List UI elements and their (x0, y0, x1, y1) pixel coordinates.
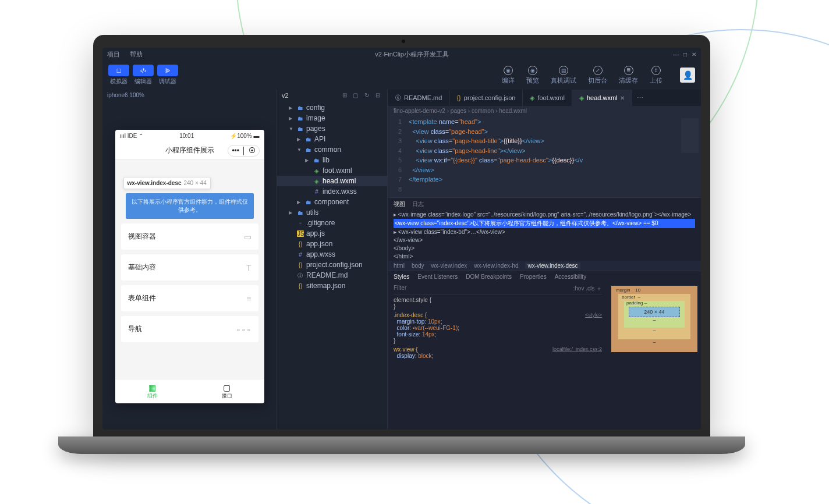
style-subtab[interactable]: Properties (520, 274, 547, 280)
dom-tree[interactable]: ▸ <wx-image class="index-logo" src="../r… (388, 211, 701, 261)
grid-icon: ▦ (115, 383, 190, 392)
laptop-frame: 项目 帮助 v2-FinClip小程序开发工具 — □ ✕ □模拟器 ‹/ (93, 35, 710, 454)
view-debugger-toggle[interactable]: ⫸调试器 (157, 65, 178, 86)
style-toggle-buttons[interactable]: :hov .cls ＋ (573, 285, 602, 293)
code-editor[interactable]: 1<template name="head"> 2 <view class="p… (388, 116, 701, 197)
card-label: 导航 (128, 324, 142, 334)
list-card[interactable]: 导航∘∘∘ (121, 316, 258, 342)
close-icon[interactable]: ✕ (692, 51, 696, 58)
editor-tab[interactable]: ◈foot.wxml (523, 90, 572, 106)
status-carrier: ıııl IDE ⌃ (120, 133, 144, 139)
folder-item[interactable]: ▶🖿lib (277, 155, 387, 165)
list-card[interactable]: 基础内容T (121, 254, 258, 281)
device-frame: ıııl IDE ⌃ 10:01 ⚡100% ▬ 小程序组件展示 •••│⦿ w… (115, 130, 264, 403)
style-subtab[interactable]: Styles (394, 274, 409, 280)
upload-button[interactable]: ↥上传 (650, 66, 663, 85)
project-root[interactable]: v2 (282, 92, 289, 99)
style-subtab[interactable]: DOM Breakpoints (466, 274, 512, 280)
style-filter-input[interactable]: Filter (394, 285, 406, 293)
tab-components[interactable]: ▦组件 (115, 379, 190, 403)
style-subtab[interactable]: Event Listeners (417, 274, 458, 280)
folder-item[interactable]: ▼🖿pages (277, 123, 387, 134)
file-explorer: v2 ⊞ ▢ ↻ ⊟ ▶🖿config▶🖿image▼🖿pages▶🖿API▼🖿… (277, 90, 388, 430)
file-item[interactable]: {}app.json (277, 239, 387, 249)
menu-project[interactable]: 项目 (107, 51, 120, 58)
card-label: 基础内容 (128, 262, 156, 272)
background-button[interactable]: ⤢切后台 (588, 66, 607, 85)
compile-button[interactable]: ◉编详 (502, 66, 515, 85)
titlebar: 项目 帮助 v2-FinClip小程序开发工具 — □ ✕ (102, 48, 701, 61)
file-item[interactable]: #index.wxss (277, 186, 387, 197)
maximize-icon[interactable]: □ (683, 51, 687, 58)
dom-crumb[interactable]: html (394, 262, 405, 269)
device-navbar: 小程序组件展示 •••│⦿ (115, 142, 264, 159)
file-item[interactable]: 🛈README.md (277, 270, 387, 281)
dom-crumb[interactable]: wx-view.index-hd (474, 262, 518, 269)
menu-help[interactable]: 帮助 (130, 51, 143, 58)
remote-debug-button[interactable]: ▤真机调试 (551, 66, 576, 85)
breadcrumb[interactable]: fino-applet-demo-v2 › pages › common › h… (388, 106, 701, 116)
status-battery: ⚡100% ▬ (230, 133, 259, 139)
folder-item[interactable]: ▶🖿component (277, 197, 387, 207)
devtools-tab-view[interactable]: 视图 (394, 200, 405, 208)
folder-item[interactable]: ▼🖿common (277, 144, 387, 155)
card-icon: ∘∘∘ (236, 325, 251, 334)
list-card[interactable]: 表单组件≡ (121, 285, 258, 311)
dom-crumb[interactable]: wx-view.index (431, 262, 467, 269)
chip-icon: ▢ (190, 383, 264, 392)
file-item[interactable]: {}sitemap.json (277, 281, 387, 291)
dom-crumb[interactable]: body (412, 262, 424, 269)
device-label[interactable]: iphone6 100% (102, 90, 277, 101)
camera-dot (402, 40, 405, 43)
file-item[interactable]: {}project.config.json (277, 260, 387, 270)
close-tab-icon[interactable]: ✕ (620, 95, 625, 101)
devtools: 视图 日志 ▸ <wx-image class="index-logo" src… (388, 197, 701, 430)
capsule-button[interactable]: •••│⦿ (228, 145, 259, 157)
view-editor-toggle[interactable]: ‹/›编辑器 (133, 65, 154, 86)
page-title: 小程序组件展示 (165, 145, 214, 155)
view-simulator-toggle[interactable]: □模拟器 (108, 65, 129, 86)
file-item[interactable]: ◈foot.wxml (277, 165, 387, 176)
avatar[interactable]: 👤 (680, 68, 695, 83)
device-tabbar: ▦组件 ▢接口 (115, 379, 264, 403)
toolbar: □模拟器 ‹/›编辑器 ⫸调试器 ◉编详 ◉预览 ▤真机调试 ⤢切后台 ≣清缓存… (102, 61, 701, 90)
box-model: margin 10 border – padding – 240 × 44 – (608, 282, 701, 430)
minimap[interactable] (681, 118, 699, 153)
dom-crumb[interactable]: wx-view.index-desc (525, 262, 580, 269)
device-statusbar: ıııl IDE ⌃ 10:01 ⚡100% ▬ (115, 130, 264, 142)
status-time: 10:01 (179, 133, 194, 139)
dom-selected-node[interactable]: <wx-view class="index-desc">以下将展示小程序官方组件… (394, 219, 695, 228)
ide-window: 项目 帮助 v2-FinClip小程序开发工具 — □ ✕ □模拟器 ‹/ (102, 48, 701, 430)
file-item[interactable]: ▫.gitignore (277, 218, 387, 228)
tab-api[interactable]: ▢接口 (190, 379, 264, 403)
devtools-tab-log[interactable]: 日志 (412, 200, 424, 208)
editor-tab[interactable]: ◈head.wxml✕ (572, 90, 633, 106)
file-item[interactable]: JSapp.js (277, 228, 387, 239)
style-subtab[interactable]: Accessibility (555, 274, 586, 280)
preview-button[interactable]: ◉预览 (526, 66, 539, 85)
file-item[interactable]: #app.wxss (277, 249, 387, 260)
card-label: 视图容器 (128, 232, 156, 242)
folder-item[interactable]: ▶🖿config (277, 102, 387, 113)
folder-item[interactable]: ▶🖿image (277, 113, 387, 123)
style-tabs: StylesEvent ListenersDOM BreakpointsProp… (388, 271, 701, 282)
simulator-panel: iphone6 100% ıııl IDE ⌃ 10:01 ⚡100% ▬ 小程… (102, 90, 277, 430)
explorer-actions[interactable]: ⊞ ▢ ↻ ⊟ (342, 92, 382, 99)
editor-tab[interactable]: {}project.config.json (449, 90, 523, 106)
file-item[interactable]: ◈head.wxml (277, 176, 387, 186)
tab-overflow[interactable]: ⋯ (632, 90, 648, 106)
laptop-base (58, 436, 745, 454)
folder-item[interactable]: ▶🖿API (277, 134, 387, 144)
editor-tab[interactable]: 🛈README.md (388, 90, 449, 106)
list-card[interactable]: 视图容器▭ (121, 223, 258, 250)
editor-tabs: 🛈README.md{}project.config.json◈foot.wxm… (388, 90, 701, 106)
card-icon: ≡ (246, 294, 251, 303)
minimize-icon[interactable]: — (673, 51, 679, 58)
style-rules[interactable]: Filter :hov .cls ＋ element.style {} <sty… (388, 282, 608, 430)
card-icon: ▭ (244, 232, 251, 242)
clear-cache-button[interactable]: ≣清缓存 (619, 66, 638, 85)
folder-item[interactable]: ▶🖿utils (277, 207, 387, 218)
selected-element-overlay[interactable]: 以下将展示小程序官方组件能力，组件样式仅供参考。 (126, 193, 254, 219)
card-icon: T (246, 263, 251, 272)
card-label: 表单组件 (128, 293, 156, 303)
